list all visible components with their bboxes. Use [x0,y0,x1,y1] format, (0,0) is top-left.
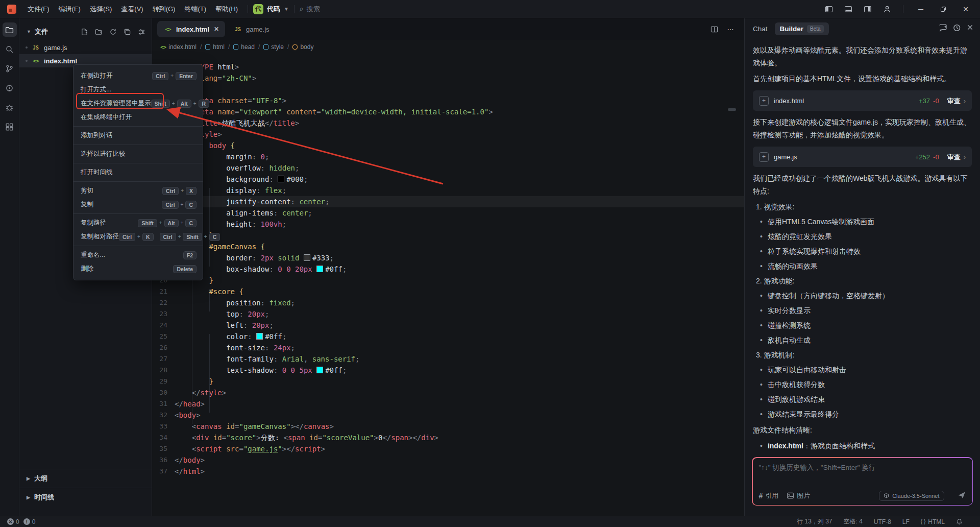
debug-icon[interactable] [3,100,17,114]
extensions-icon[interactable] [3,119,17,134]
menubar-item[interactable]: 文件(F) [23,3,54,16]
collapse-all-icon[interactable] [121,26,133,38]
status-item-行 13，列 37[interactable]: 行 13，列 37 [797,517,832,526]
context-menu-item-在文件资源管理器中显示[interactable]: 在文件资源管理器中显示Shift+Alt+R [74,97,203,110]
context-menu-item-在侧边打开[interactable]: 在侧边打开Ctrl+Enter [74,69,203,83]
breadcrumb-item-index.html[interactable]: <>index.html [160,43,197,51]
status-item-UTF-8[interactable]: UTF-8 [874,518,891,525]
code-line[interactable]: 8 body { [152,140,744,151]
code-line[interactable]: 21 #score { [152,286,744,297]
code-line[interactable]: 33 <canvas id="gameCanvas"></canvas> [152,421,744,432]
timeline-section[interactable]: ▶ 时间线 [19,488,152,507]
code-line[interactable]: 14 align-items: center; [152,207,744,219]
breadcrumb[interactable]: <>index.html/html/head/style/body [152,40,744,54]
code-line[interactable]: 13 justify-content: center; [152,196,744,207]
code-line[interactable]: 3<head> [152,84,744,95]
close-tab-icon[interactable]: ✕ [214,26,219,33]
code-line[interactable]: 16 } [152,230,744,241]
history-icon[interactable] [952,23,961,34]
code-line[interactable]: 12 display: flex; [152,185,744,196]
code-line[interactable]: 34 <div id="score">分数: <span id="scoreVa… [152,432,744,443]
editor-tab-index.html[interactable]: <>index.html✕ [157,21,225,37]
code-line[interactable]: 29 } [152,376,744,387]
code-line[interactable]: 5 <meta name="viewport" content="width=d… [152,106,744,117]
menubar-item[interactable]: 转到(G) [148,3,180,16]
breadcrumb-item-style[interactable]: style [263,43,284,51]
code-line[interactable]: 30 </style> [152,387,744,398]
code-line[interactable]: 15 height: 100vh; [152,219,744,230]
close-window-button[interactable]: ✕ [955,2,976,17]
code-editor[interactable]: 1<!DOCTYPE html>2<html lang="zh-CN">3<he… [152,54,744,477]
status-item-HTML[interactable]: { }HTML [921,518,945,525]
code-line[interactable]: 22 position: fixed; [152,297,744,308]
split-editor-icon[interactable] [707,23,721,35]
context-menu-item-删除[interactable]: 删除Delete [74,262,203,276]
code-line[interactable]: 18 border: 2px solid #333; [152,252,744,264]
code-line[interactable]: 26 font-size: 24px; [152,342,744,353]
breadcrumb-item-html[interactable]: html [205,43,225,51]
code-line[interactable]: 1<!DOCTYPE html> [152,61,744,73]
context-menu-item-打开时间线[interactable]: 打开时间线 [74,165,203,179]
outline-section[interactable]: ▶ 大纲 [19,469,152,488]
code-line[interactable]: 9 margin: 0; [152,151,744,162]
remote-explorer-icon[interactable] [3,81,17,95]
filter-settings-icon[interactable] [135,26,148,38]
send-icon[interactable] [958,491,966,501]
context-menu-item-复制相对路径[interactable]: 复制相对路径Ctrl+KCtrl+Shift+C [74,230,203,244]
expand-icon[interactable]: + [759,96,769,106]
tab-builder[interactable]: Builder Beta [775,22,829,35]
new-file-icon[interactable] [78,26,90,38]
file-change-card-game.js[interactable]: +game.js+252-0审查› [753,147,972,167]
status-item-空格: 4[interactable]: 空格: 4 [844,517,863,526]
breadcrumb-item-body[interactable]: body [292,43,313,51]
code-line[interactable]: 25 color: #0ff; [152,331,744,342]
code-line[interactable]: 7 <style> [152,129,744,140]
scrollbar-marker[interactable] [728,108,736,111]
breadcrumb-item-head[interactable]: head [233,43,255,51]
context-menu-item-选择以进行比较[interactable]: 选择以进行比较 [74,147,203,161]
code-line[interactable]: 28 text-shadow: 0 0 5px #0ff; [152,365,744,376]
search-sidebar-icon[interactable] [3,42,17,56]
restore-button[interactable] [933,2,953,17]
new-chat-icon[interactable] [939,23,947,34]
global-search[interactable]: ⌕ 搜索 [300,5,320,14]
file-change-card-index.html[interactable]: +index.html+37-0审查› [753,90,972,111]
chat-input-box[interactable]: "↑↓" 切换历史输入，"Shift+Enter" 换行 # 引用 图片 Cla… [752,457,973,506]
close-panel-icon[interactable] [966,23,974,34]
toggle-right-sidebar-icon[interactable] [859,3,876,16]
source-control-icon[interactable] [3,61,17,76]
file-tree-item-game.js[interactable]: JSgame.js [19,41,152,54]
context-menu-item-剪切[interactable]: 剪切Ctrl+X [74,184,203,198]
code-line[interactable]: 20 } [152,275,744,286]
code-line[interactable]: 6 <title>炫酷飞机大战</title> [152,117,744,129]
menubar-item[interactable]: 查看(V) [116,3,148,16]
context-menu-item-复制[interactable]: 复制Ctrl+C [74,198,203,211]
code-line[interactable]: 10 overflow: hidden; [152,162,744,174]
more-actions-icon[interactable]: ⋯ [724,23,737,35]
toggle-left-sidebar-icon[interactable] [820,3,838,16]
menubar-item[interactable]: 帮助(H) [211,3,242,16]
status-item-LF[interactable]: LF [902,518,910,525]
code-line[interactable]: 11 background: #000; [152,174,744,185]
code-line[interactable]: 35 <script src="game.js"></script> [152,443,744,454]
project-switcher[interactable]: 代 代码 ▼ [253,4,289,14]
refresh-icon[interactable] [107,26,119,38]
account-icon[interactable] [878,3,896,16]
code-line[interactable]: 4 <meta charset="UTF-8"> [152,95,744,106]
context-menu-item-在集成终端中打开[interactable]: 在集成终端中打开 [74,110,203,124]
code-line[interactable]: 27 font-family: Arial, sans-serif; [152,353,744,365]
attach-image-button[interactable]: 图片 [787,491,810,500]
code-line[interactable]: 31</head> [152,398,744,410]
expand-icon[interactable]: + [759,152,769,162]
code-line[interactable]: 36</body> [152,454,744,466]
menubar-item[interactable]: 选择(S) [85,3,116,16]
quote-reference-button[interactable]: # 引用 [759,491,779,500]
status-item-bell[interactable] [956,518,963,525]
editor-tab-game.js[interactable]: JSgame.js [227,21,276,37]
code-line[interactable]: 19 box-shadow: 0 0 20px #0ff; [152,264,744,275]
code-line[interactable]: 17 #gameCanvas { [152,241,744,252]
context-menu-item-添加到对话[interactable]: 添加到对话 [74,129,203,142]
tab-chat[interactable]: Chat [753,25,768,33]
menubar-item[interactable]: 编辑(E) [54,3,85,16]
code-line[interactable]: 2<html lang="zh-CN"> [152,73,744,84]
